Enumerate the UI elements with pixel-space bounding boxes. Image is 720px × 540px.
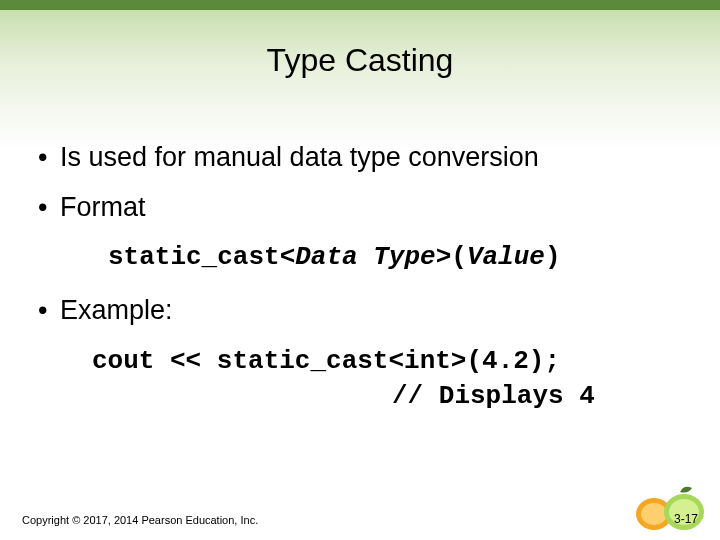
bullet-text: Format [60, 191, 146, 225]
bullet-item: • Format [38, 191, 690, 225]
bullet-dot-icon: • [38, 141, 60, 175]
bullet-item: • Is used for manual data type conversio… [38, 141, 690, 175]
slide-title: Type Casting [0, 42, 720, 79]
slide-content: Type Casting • Is used for manual data t… [0, 0, 720, 540]
code-text: ) [545, 242, 561, 272]
bullet-text: Example: [60, 294, 173, 328]
code-placeholder: Data Type [295, 242, 435, 272]
code-text: static_cast< [108, 242, 295, 272]
example-code: cout << static_cast<int>(4.2); // Displa… [92, 344, 690, 414]
page-number: 3-17 [674, 512, 698, 526]
copyright-text: Copyright © 2017, 2014 Pearson Education… [22, 514, 258, 526]
bullet-item: • Example: [38, 294, 690, 328]
format-code: static_cast<Data Type>(Value) [108, 241, 690, 275]
code-placeholder: Value [467, 242, 545, 272]
code-text: >( [436, 242, 467, 272]
svg-point-1 [641, 503, 667, 525]
bullet-dot-icon: • [38, 191, 60, 225]
code-line: cout << static_cast<int>(4.2); [92, 346, 560, 376]
bullet-list: • Is used for manual data type conversio… [0, 141, 720, 414]
fruit-decoration-icon [632, 474, 712, 534]
code-comment: // Displays 4 [92, 379, 690, 414]
bullet-text: Is used for manual data type conversion [60, 141, 539, 175]
bullet-dot-icon: • [38, 294, 60, 328]
